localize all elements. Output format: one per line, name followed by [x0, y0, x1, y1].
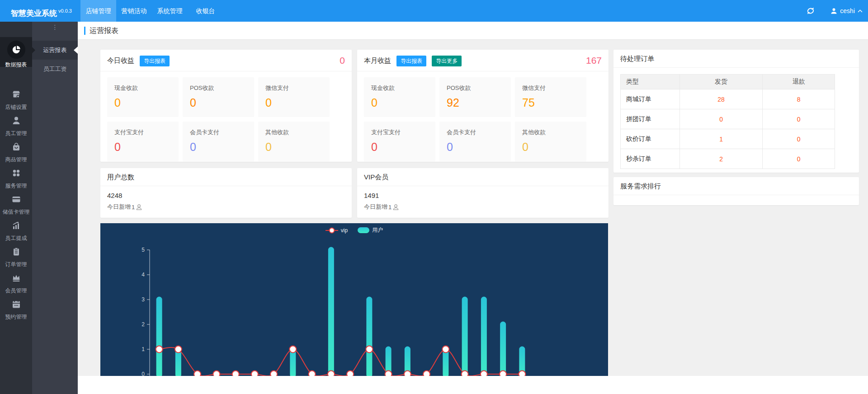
sidebar-item-order-management[interactable]: 订单管理 — [0, 247, 32, 268]
table-header-row: 类型 发货 退款 — [621, 75, 835, 89]
refund-count-cell: 0 — [763, 109, 835, 129]
tab-system-management[interactable]: 系统管理 — [152, 0, 188, 22]
tile-label: 其他收款 — [522, 128, 579, 136]
legend-item-users[interactable]: 用户 — [358, 226, 383, 234]
sidebar-item-label: 储值卡管理 — [0, 208, 32, 216]
submenu-item-operation-report[interactable]: 运营报表 — [32, 41, 78, 60]
tile-value: 0 — [190, 141, 247, 154]
page-title: 运营报表 — [90, 22, 118, 40]
svg-text:1: 1 — [142, 346, 145, 352]
refresh-icon[interactable] — [806, 6, 815, 15]
payment-tile: 微信支付75 — [515, 77, 586, 117]
tile-value: 0 — [371, 141, 428, 154]
sidebar-item-data-report[interactable]: 数据报表 — [0, 37, 32, 67]
bar-swatch-icon — [358, 227, 369, 233]
dashboard-page: 智慧美业系统v0.0.3 店铺管理 营销活动 系统管理 收银台 ceshi — [0, 0, 868, 394]
users-vip-chart[interactable]: 012345 vip 用户 — [100, 223, 608, 376]
sidebar-item-stored-card-management[interactable]: 储值卡管理 — [0, 194, 32, 216]
person-icon — [11, 116, 21, 126]
order-type-cell: 商城订单 — [621, 89, 680, 109]
tab-cashier[interactable]: 收银台 — [188, 0, 223, 22]
export-report-button[interactable]: 导出报表 — [140, 56, 170, 66]
pending-orders-card: 待处理订单 类型 发货 退款 商城订单288 拼团订单00 砍价订单10 秒杀订… — [613, 50, 859, 173]
secondary-sidebar: ⋮ 运营报表 员工工资 — [32, 22, 78, 394]
new-today-label: 今日新增 — [364, 203, 387, 211]
app-version: v0.0.3 — [58, 8, 72, 14]
tab-shop-management[interactable]: 店铺管理 — [80, 0, 116, 22]
tile-value: 0 — [114, 96, 171, 109]
payment-tile: 支付宝支付0 — [107, 122, 179, 161]
payment-tile: 其他收款0 — [258, 122, 330, 161]
sidebar-item-service-management[interactable]: 服务管理 — [0, 168, 32, 190]
service-rank-title: 服务需求排行 — [620, 182, 661, 190]
new-today-label: 今日新增 — [107, 203, 131, 211]
vip-members-value: 1491 — [364, 192, 602, 199]
order-type-cell: 砍价订单 — [621, 129, 680, 149]
svg-text:3: 3 — [142, 296, 145, 303]
legend-label: vip — [341, 227, 348, 234]
tile-value: 0 — [447, 141, 504, 154]
active-item-notch — [32, 47, 35, 53]
tile-value: 0 — [265, 96, 322, 109]
clipboard-icon — [11, 247, 21, 257]
payment-tile: 其他收款0 — [515, 122, 586, 161]
sidebar-item-label: 员工提成 — [0, 235, 32, 242]
submenu-item-staff-salary[interactable]: 员工工资 — [32, 60, 78, 79]
sidebar-item-label: 预约管理 — [0, 313, 32, 321]
refund-count-cell: 0 — [763, 129, 835, 149]
payment-tile: POS收款92 — [439, 77, 511, 117]
sidebar-collapse-dots[interactable]: ⋮ — [32, 25, 78, 29]
new-today-value: 1 — [132, 204, 135, 211]
sidebar-item-shop-settings[interactable]: 店铺设置 — [0, 89, 32, 111]
refund-count-cell: 8 — [763, 89, 835, 109]
new-today-value: 1 — [388, 204, 392, 211]
ship-count-cell: 0 — [679, 109, 763, 129]
svg-text:5: 5 — [142, 247, 145, 253]
sidebar-item-member-management[interactable]: 会员管理 — [0, 273, 32, 295]
tile-label: 现金收款 — [371, 84, 428, 92]
service-rank-card: 服务需求排行 — [613, 177, 859, 205]
sidebar-item-staff-management[interactable]: 员工管理 — [0, 116, 32, 137]
column-header-type: 类型 — [621, 75, 680, 89]
payment-tile: 微信支付0 — [258, 77, 330, 117]
crown-icon — [11, 273, 21, 283]
tile-label: 支付宝支付 — [371, 128, 428, 136]
export-more-button[interactable]: 导出更多 — [432, 56, 462, 66]
tile-value: 0 — [114, 141, 171, 154]
tile-value: 0 — [265, 141, 322, 154]
sidebar-item-appointment-management[interactable]: 预约管理 — [0, 299, 32, 321]
grid-icon — [11, 168, 21, 178]
svg-text:4: 4 — [142, 272, 145, 278]
legend-item-vip[interactable]: vip — [326, 227, 348, 234]
top-nav-tabs: 店铺管理 营销活动 系统管理 收银台 — [80, 0, 223, 22]
month-income-title: 本月收益 — [364, 56, 391, 64]
users-total-title: 用户总数 — [107, 173, 134, 181]
tile-label: POS收款 — [447, 84, 504, 92]
top-navbar: 智慧美业系统v0.0.3 店铺管理 营销活动 系统管理 收银台 ceshi — [0, 0, 868, 22]
tab-marketing[interactable]: 营销活动 — [116, 0, 152, 22]
legend-label: 用户 — [372, 226, 383, 234]
month-income-tiles: 现金收款0POS收款92微信支付75支付宝支付0会员卡支付0其他收款0 — [357, 71, 609, 172]
page-title-bar: 运营报表 — [78, 22, 868, 40]
column-header-ship: 发货 — [679, 75, 763, 89]
app-logo: 智慧美业系统v0.0.3 — [0, 0, 78, 22]
shopping-bag-icon — [11, 142, 21, 152]
tile-label: 微信支付 — [522, 84, 579, 92]
sidebar-item-label: 会员管理 — [0, 287, 32, 295]
vip-members-card: VIP会员 1491 今日新增 1 — [357, 168, 609, 218]
ship-count-cell: 2 — [679, 149, 763, 169]
payment-tile: POS收款0 — [183, 77, 254, 117]
sidebar-item-goods-management[interactable]: 商品管理 — [0, 142, 32, 164]
order-type-cell: 秒杀订单 — [621, 149, 680, 169]
export-report-button[interactable]: 导出报表 — [396, 56, 426, 66]
refund-count-cell: 0 — [763, 149, 835, 169]
tile-label: 会员卡支付 — [447, 128, 504, 136]
sidebar-item-staff-commission[interactable]: 员工提成 — [0, 220, 32, 242]
payment-tile: 现金收款0 — [364, 77, 435, 117]
ship-count-cell: 1 — [679, 129, 763, 149]
svg-text:2: 2 — [142, 321, 145, 328]
user-menu[interactable]: ceshi — [830, 7, 863, 14]
person-outline-icon — [392, 204, 399, 211]
payment-tile: 会员卡支付0 — [439, 122, 511, 161]
sidebar-item-label: 数据报表 — [0, 61, 32, 69]
